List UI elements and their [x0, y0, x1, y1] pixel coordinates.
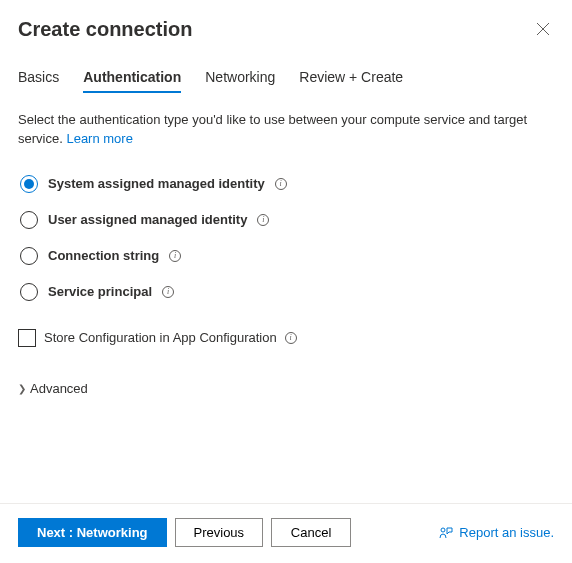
close-icon	[536, 22, 550, 36]
tab-authentication[interactable]: Authentication	[83, 69, 181, 93]
close-button[interactable]	[532, 18, 554, 40]
radio-label: System assigned managed identity	[48, 176, 265, 191]
svg-point-0	[441, 528, 445, 532]
advanced-expander[interactable]: ❯ Advanced	[18, 381, 554, 396]
spacer	[18, 396, 554, 503]
report-issue-link[interactable]: Report an issue.	[439, 525, 554, 540]
info-icon[interactable]: i	[169, 250, 181, 262]
footer: Next : Networking Previous Cancel Report…	[18, 504, 554, 563]
cancel-button[interactable]: Cancel	[271, 518, 351, 547]
tab-networking[interactable]: Networking	[205, 69, 275, 93]
radio-label: Connection string	[48, 248, 159, 263]
info-icon[interactable]: i	[285, 332, 297, 344]
radio-row-service-principal[interactable]: Service principal i	[20, 283, 554, 301]
info-icon[interactable]: i	[275, 178, 287, 190]
radio-input[interactable]	[20, 175, 38, 193]
radio-row-system-assigned[interactable]: System assigned managed identity i	[20, 175, 554, 193]
store-config-label: Store Configuration in App Configuration	[44, 330, 277, 345]
store-config-checkbox[interactable]	[18, 329, 36, 347]
radio-input[interactable]	[20, 283, 38, 301]
tab-basics[interactable]: Basics	[18, 69, 59, 93]
radio-label: User assigned managed identity	[48, 212, 247, 227]
radio-row-user-assigned[interactable]: User assigned managed identity i	[20, 211, 554, 229]
store-config-row[interactable]: Store Configuration in App Configuration…	[18, 329, 554, 347]
auth-type-radio-group: System assigned managed identity i User …	[18, 175, 554, 301]
person-feedback-icon	[439, 526, 453, 540]
tab-bar: Basics Authentication Networking Review …	[18, 69, 554, 93]
radio-row-connection-string[interactable]: Connection string i	[20, 247, 554, 265]
learn-more-link[interactable]: Learn more	[66, 131, 132, 146]
radio-input[interactable]	[20, 211, 38, 229]
advanced-label: Advanced	[30, 381, 88, 396]
chevron-right-icon: ❯	[18, 383, 26, 394]
create-connection-panel: Create connection Basics Authentication …	[0, 0, 572, 563]
radio-input[interactable]	[20, 247, 38, 265]
info-icon[interactable]: i	[162, 286, 174, 298]
radio-label: Service principal	[48, 284, 152, 299]
tab-review-create[interactable]: Review + Create	[299, 69, 403, 93]
panel-header: Create connection	[18, 18, 554, 41]
previous-button[interactable]: Previous	[175, 518, 264, 547]
report-issue-label: Report an issue.	[459, 525, 554, 540]
description-text: Select the authentication type you'd lik…	[18, 111, 554, 149]
next-button[interactable]: Next : Networking	[18, 518, 167, 547]
panel-title: Create connection	[18, 18, 192, 41]
info-icon[interactable]: i	[257, 214, 269, 226]
